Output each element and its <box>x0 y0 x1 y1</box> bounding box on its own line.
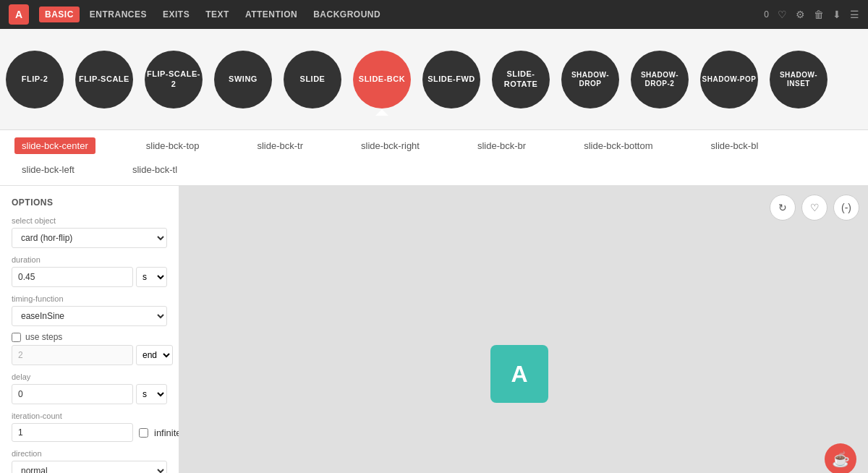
timing-label: timing-function <box>12 294 167 303</box>
sub-opt-bottom[interactable]: slide-bck-bottom <box>576 137 660 154</box>
anim-shadow-drop[interactable]: SHADOW-DROP <box>561 51 619 108</box>
anim-slide-bck[interactable]: SLIDE-BCK <box>353 51 411 108</box>
anim-flip-2[interactable]: FLIP-2 <box>6 51 64 108</box>
refresh-button[interactable]: ↻ <box>770 195 796 221</box>
duration-input[interactable] <box>12 267 133 287</box>
nav-basic[interactable]: BASIC <box>39 7 80 22</box>
anim-shadow-pop[interactable]: SHADOW-POP <box>700 51 758 108</box>
anim-circle-shadow-drop-2: SHADOW-DROP-2 <box>631 51 689 108</box>
sub-opt-tl[interactable]: slide-bck-tl <box>125 161 184 178</box>
nav-attention[interactable]: ATTENTION <box>239 7 303 22</box>
download-icon[interactable]: ⬇ <box>833 9 841 20</box>
anim-circle-slide-bck: SLIDE-BCK <box>353 51 411 108</box>
preview-actions: ↻ ♡ (-) <box>770 195 859 221</box>
select-object-label: select object <box>12 216 167 225</box>
use-steps-label[interactable]: use steps <box>25 332 62 342</box>
top-nav: A BASIC ENTRANCES EXITS TEXT ATTENTION B… <box>0 0 868 29</box>
iteration-input[interactable] <box>12 423 133 442</box>
sub-opt-right[interactable]: slide-bck-right <box>354 137 427 154</box>
duration-unit-select[interactable]: s <box>136 267 167 287</box>
infinite-checkbox[interactable] <box>139 428 148 438</box>
sub-opt-br[interactable]: slide-bck-br <box>470 137 533 154</box>
delay-unit-select[interactable]: s <box>136 384 167 404</box>
sub-opt-tr[interactable]: slide-bck-tr <box>250 137 310 154</box>
anim-bar: FLIP-2 FLIP-SCALE FLIP-SCALE-2 SWING SLI… <box>0 29 868 130</box>
sub-opt-center[interactable]: slide-bck-center <box>14 137 95 154</box>
anim-circle-swing: SWING <box>214 51 272 108</box>
timing-select[interactable]: easeInSine <box>12 306 167 326</box>
nav-background[interactable]: BACKGROUND <box>307 7 386 22</box>
delay-input[interactable] <box>12 384 133 404</box>
infinite-label[interactable]: infinite <box>154 427 179 438</box>
sub-opt-top[interactable]: slide-bck-top <box>139 137 207 154</box>
duration-label: duration <box>12 255 167 264</box>
anim-circle-slide: SLIDE <box>284 51 341 108</box>
use-steps-checkbox[interactable] <box>12 333 21 342</box>
trash-icon[interactable]: 🗑 <box>814 9 824 20</box>
anim-shadow-drop-2[interactable]: SHADOW-DROP-2 <box>631 51 689 108</box>
direction-select[interactable]: normal <box>12 461 167 473</box>
filter-icon[interactable]: ⚙ <box>796 9 805 20</box>
anim-slide-rotate[interactable]: SLIDE-ROTATE <box>492 51 550 108</box>
anim-slide[interactable]: SLIDE <box>284 51 341 108</box>
options-panel: OPTIONS select object card (hor-flip) du… <box>0 186 179 473</box>
sub-opt-bl[interactable]: slide-bck-bl <box>704 137 766 154</box>
preview-area: ↻ ♡ (-) A ☕ <box>179 186 868 473</box>
anim-circle-flip-scale-2: FLIP-SCALE-2 <box>145 51 203 108</box>
anim-circle-flip-scale: FLIP-SCALE <box>75 51 133 108</box>
app-logo: A <box>9 4 29 25</box>
heart-count-display: 0 <box>764 9 769 20</box>
direction-label: direction <box>12 449 167 458</box>
anim-circle-slide-rotate: SLIDE-ROTATE <box>492 51 550 108</box>
anim-circle-shadow-inset: SHADOW-INSET <box>770 51 827 108</box>
nav-entrances[interactable]: ENTRANCES <box>84 7 153 22</box>
steps-end-select[interactable]: end <box>136 345 173 365</box>
preview-card: A <box>490 345 548 403</box>
anim-flip-scale[interactable]: FLIP-SCALE <box>75 51 133 108</box>
nav-text[interactable]: TEXT <box>200 7 235 22</box>
options-title: OPTIONS <box>12 197 167 208</box>
main-content: OPTIONS select object card (hor-flip) du… <box>0 186 868 473</box>
anim-swing[interactable]: SWING <box>214 51 272 108</box>
heart-button[interactable]: ♡ <box>801 195 827 221</box>
anim-shadow-inset[interactable]: SHADOW-INSET <box>770 51 827 108</box>
anim-slide-fwd[interactable]: SLIDE-FWD <box>422 51 480 108</box>
steps-input <box>12 345 133 365</box>
select-object-dropdown[interactable]: card (hor-flip) <box>12 228 167 248</box>
sub-opt-left[interactable]: slide-bck-left <box>14 161 82 178</box>
anim-circle-shadow-pop: SHADOW-POP <box>700 51 758 108</box>
sub-options: slide-bck-center slide-bck-top slide-bck… <box>0 130 868 186</box>
minus-button[interactable]: (-) <box>833 195 859 221</box>
delay-label: delay <box>12 372 167 381</box>
anim-circle-shadow-drop: SHADOW-DROP <box>561 51 619 108</box>
use-steps-row: use steps <box>12 332 167 342</box>
nav-exits[interactable]: EXITS <box>157 7 195 22</box>
anim-circle-slide-fwd: SLIDE-FWD <box>422 51 480 108</box>
menu-icon[interactable]: ☰ <box>850 9 859 20</box>
nav-icons: 0 ♡ ⚙ 🗑 ⬇ ☰ <box>764 9 859 20</box>
coffee-button[interactable]: ☕ <box>825 443 856 473</box>
iteration-label: iteration-count <box>12 412 167 420</box>
anim-circle-flip-2: FLIP-2 <box>6 51 64 108</box>
anim-flip-scale-2[interactable]: FLIP-SCALE-2 <box>145 51 203 108</box>
heart-nav-icon[interactable]: ♡ <box>778 9 787 20</box>
